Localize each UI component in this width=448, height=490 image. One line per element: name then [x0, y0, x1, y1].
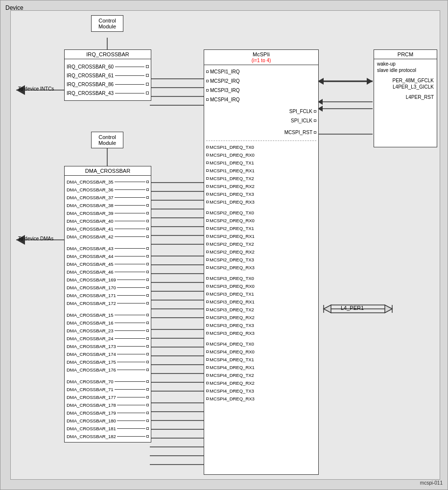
dma-row-40: DMA_CROSSBAR_40 — [67, 217, 149, 225]
diagram-id: mcspi-011 — [420, 480, 443, 486]
mcspi-dma-spi4-tx1: MCSPI4_DREQ_TX1 — [206, 355, 316, 363]
mcspi-dma-spi2-rx2: MCSPI2_DREQ_RX2 — [206, 248, 316, 256]
dma-row-172: DMA_CROSSBAR_172 — [67, 299, 149, 307]
mcspi-irq2-row: MCSPI2_IRQ — [206, 76, 316, 85]
dma-row-43: DMA_CROSSBAR_43 — [67, 244, 149, 252]
spi-iclk-row: SPI_ICLK — [206, 116, 316, 125]
prcm-content: wake-up slave idle protocol PER_48M_GFCL… — [374, 59, 437, 102]
to-device-intcs: To device INTCs — [18, 86, 54, 92]
mcspi-dma-spi2-rx3: MCSPI2_DREQ_RX3 — [206, 263, 316, 271]
spi-fclk-row: SPI_FCLK — [206, 107, 316, 116]
dma-row-24: DMA_CROSSBAR_24 — [67, 334, 149, 342]
irq-signal-61: IRQ_CROSSBAR_61 — [67, 73, 114, 78]
mcspi-dma-spi4-rx2: MCSPI4_DREQ_RX2 — [206, 379, 316, 387]
mcspi-dma-spi4-rx0: MCSPI4_DREQ_RX0 — [206, 348, 316, 355]
mcspi-dma-spi1-tx3: MCSPI1_DREQ_TX3 — [206, 190, 316, 198]
dma-row-46: DMA_CROSSBAR_46 — [67, 268, 149, 276]
mcspi-dma-spi1-rx0: MCSPI1_DREQ_RX0 — [206, 151, 316, 159]
mcspi-dma-spi1-tx2: MCSPI1_DREQ_TX2 — [206, 174, 316, 182]
dma-crossbar-title: DMA_CROSSBAR — [65, 166, 151, 176]
dma-row-175: DMA_CROSSBAR_175 — [67, 358, 149, 366]
control-module-1: ControlModule — [91, 15, 123, 32]
dma-row-181: DMA_CROSSBAR_181 — [67, 424, 149, 432]
mcspi-rst-row: MCSPI_RST — [206, 128, 316, 137]
irq-signal-60: IRQ_CROSSBAR_60 — [67, 64, 114, 70]
mcspi-dma-spi3-tx2: MCSPI3_DREQ_TX2 — [206, 305, 316, 313]
mcspi-dma-spi3-tx0: MCSPI3_DREQ_TX0 — [206, 274, 316, 282]
dma-row-174: DMA_CROSSBAR_174 — [67, 350, 149, 358]
mcspi-irq3-row: MCSPI3_IRQ — [206, 86, 316, 94]
mcspi-dma-spi1-tx0: MCSPI1_DREQ_TX0 — [206, 143, 316, 151]
dma-row-41: DMA_CROSSBAR_41 — [67, 225, 149, 233]
mcspi-dma-spi1-rx3: MCSPI1_DREQ_RX3 — [206, 198, 316, 206]
irq-signal-43: IRQ_CROSSBAR_43 — [67, 91, 114, 96]
dma-row-70: DMA_CROSSBAR_70 — [67, 377, 149, 385]
control-module-2-label: ControlModule — [93, 134, 122, 146]
mcspi-irq4-row: MCSPI4_IRQ — [206, 95, 316, 104]
mcspi-dma-spi2-rx0: MCSPI2_DREQ_RX0 — [206, 216, 316, 224]
control-module-1-label: ControlModule — [93, 18, 122, 29]
irq-signal-row-0: IRQ_CROSSBAR_60 — [67, 62, 149, 71]
mcspi-dma-spi4-rx3: MCSPI4_DREQ_RX3 — [206, 395, 316, 402]
mcspi-dma-spi4-tx0: MCSPI4_DREQ_TX0 — [206, 340, 316, 348]
dma-row-179: DMA_CROSSBAR_179 — [67, 409, 149, 417]
dma-row-177: DMA_CROSSBAR_177 — [67, 393, 149, 401]
mcspi-box: McSPIi(i=1 to 4) MCSPI1_IRQ MCSPI2_IRQ M… — [204, 49, 319, 475]
dma-row-38: DMA_CROSSBAR_38 — [67, 201, 149, 209]
mcspi-dma-spi4-tx3: MCSPI4_DREQ_TX3 — [206, 387, 316, 395]
prcm-per48m: PER_48M_GFCLK — [377, 78, 434, 83]
prcm-wakeup: wake-up — [377, 61, 434, 67]
mcspi-dma-spi1-rx1: MCSPI1_DREQ_RX1 — [206, 166, 316, 174]
mcspi-title: McSPIi(i=1 to 4) — [204, 50, 318, 65]
dma-row-42: DMA_CROSSBAR_42 — [67, 233, 149, 240]
mcspi-content: MCSPI1_IRQ MCSPI2_IRQ MCSPI3_IRQ MCSPI4_… — [204, 65, 318, 404]
dma-row-16: DMA_CROSSBAR_16 — [67, 319, 149, 327]
irq-signal-row-2: IRQ_CROSSBAR_86 — [67, 80, 149, 89]
dma-row-169: DMA_CROSSBAR_169 — [67, 276, 149, 283]
prcm-rst: L4PER_RST — [377, 94, 434, 100]
dma-row-178: DMA_CROSSBAR_178 — [67, 401, 149, 409]
dma-row-171: DMA_CROSSBAR_171 — [67, 291, 149, 299]
dma-row-182: DMA_CROSSBAR_182 — [67, 432, 149, 440]
prcm-l4per-l3: L4PER_L3_GICLK — [377, 84, 434, 90]
dma-row-15: DMA_CROSSBAR_15 — [67, 311, 149, 319]
mcspi-irq1-row: MCSPI1_IRQ — [206, 67, 316, 76]
control-module-2: ControlModule — [91, 132, 123, 148]
mcspi-dma-spi2-tx0: MCSPI2_DREQ_TX0 — [206, 209, 316, 216]
dma-crossbar-box: DMA_CROSSBAR DMA_CROSSBAR_35 DMA_CROSSBA… — [64, 166, 151, 443]
dma-row-173: DMA_CROSSBAR_173 — [67, 342, 149, 350]
dma-row-36: DMA_CROSSBAR_36 — [67, 186, 149, 193]
mcspi-dma-spi3-rx0: MCSPI3_DREQ_RX0 — [206, 282, 316, 290]
dma-crossbar-signals: DMA_CROSSBAR_35 DMA_CROSSBAR_36 DMA_CROS… — [65, 176, 151, 442]
dma-row-39: DMA_CROSSBAR_39 — [67, 209, 149, 217]
dma-row-170: DMA_CROSSBAR_170 — [67, 283, 149, 291]
mcspi-dma-spi2-tx1: MCSPI2_DREQ_TX1 — [206, 224, 316, 232]
prcm-title: PRCM — [374, 50, 437, 59]
mcspi-dma-spi4-rx1: MCSPI4_DREQ_RX1 — [206, 363, 316, 371]
mcspi-dma-spi1-rx2: MCSPI1_DREQ_RX2 — [206, 182, 316, 190]
irq-signal-86: IRQ_CROSSBAR_86 — [67, 82, 114, 87]
diagram-container: Device mcspi-011 — [0, 0, 448, 490]
mcspi-dma-spi1-tx1: MCSPI1_DREQ_TX1 — [206, 159, 316, 166]
dma-row-35: DMA_CROSSBAR_35 — [67, 178, 149, 186]
dma-row-37: DMA_CROSSBAR_37 — [67, 193, 149, 201]
prcm-slave-idle: slave idle protocol — [377, 68, 434, 73]
dma-row-45: DMA_CROSSBAR_45 — [67, 260, 149, 268]
irq-crossbar-box: IRQ_CROSSBAR IRQ_CROSSBAR_60 IRQ_CROSSBA… — [64, 49, 151, 101]
mcspi-dma-spi2-tx2: MCSPI2_DREQ_TX2 — [206, 240, 316, 248]
dma-row-176: DMA_CROSSBAR_176 — [67, 366, 149, 373]
device-label: Device — [5, 4, 24, 11]
mcspi-dma-spi3-tx1: MCSPI3_DREQ_TX1 — [206, 290, 316, 298]
mcspi-dma-spi3-rx3: MCSPI3_DREQ_RX3 — [206, 329, 316, 337]
dma-row-44: DMA_CROSSBAR_44 — [67, 252, 149, 260]
mcspi-dma-spi2-tx3: MCSPI2_DREQ_TX3 — [206, 256, 316, 263]
irq-signal-row-3: IRQ_CROSSBAR_43 — [67, 89, 149, 97]
dma-row-180: DMA_CROSSBAR_180 — [67, 417, 149, 424]
mcspi-dma-spi4-tx2: MCSPI4_DREQ_TX2 — [206, 371, 316, 379]
dma-row-71: DMA_CROSSBAR_71 — [67, 385, 149, 393]
mcspi-dma-spi3-tx3: MCSPI3_DREQ_TX3 — [206, 321, 316, 329]
irq-crossbar-title: IRQ_CROSSBAR — [65, 50, 151, 59]
irq-crossbar-signals: IRQ_CROSSBAR_60 IRQ_CROSSBAR_61 IRQ_CROS… — [65, 59, 151, 100]
mcspi-dma-spi3-rx1: MCSPI3_DREQ_RX1 — [206, 298, 316, 305]
to-device-dmas: To device DMAs — [18, 236, 53, 241]
